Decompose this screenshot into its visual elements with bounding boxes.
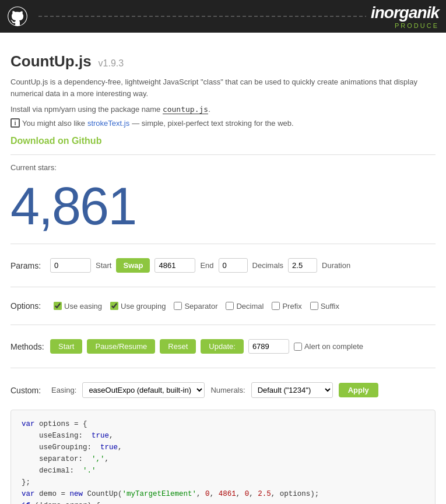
duration-label: Duration	[322, 261, 350, 270]
also-suffix: — simple, pixel-perfect text stroking fo…	[132, 119, 293, 128]
duration-input[interactable]	[288, 258, 317, 273]
update-value-input[interactable]	[248, 339, 289, 354]
custom-row: Custom: Easing: easeOutExpo (default, bu…	[10, 376, 436, 404]
pause-resume-button[interactable]: Pause/Resume	[87, 339, 155, 354]
install-package: countup.js	[163, 105, 208, 114]
use-grouping-option[interactable]: Use grouping	[110, 302, 166, 311]
numerals-label: Numerals:	[210, 386, 245, 394]
easing-label: Easing:	[51, 386, 76, 394]
stars-label: Current stars:	[10, 163, 436, 172]
main-content: CountUp.js v1.9.3 CountUp.js is a depend…	[0, 33, 446, 504]
options-row: Options: Use easing Use grouping Separat…	[10, 295, 436, 316]
divider-1	[10, 154, 436, 155]
divider-2	[10, 244, 436, 244]
brand-name: inorganik	[371, 3, 439, 22]
suffix-option[interactable]: Suffix	[310, 302, 339, 311]
install-line: Install via npm/yarn using the package n…	[10, 105, 436, 114]
decimals-label: Decimals	[252, 261, 283, 270]
separator-option[interactable]: Separator	[174, 302, 217, 311]
info-icon: i	[10, 118, 20, 128]
page-title: CountUp.js	[10, 52, 92, 70]
divider-5	[10, 368, 436, 368]
easing-select[interactable]: easeOutExpo (default, built-in) easeInEx…	[82, 382, 205, 398]
header-divider	[38, 16, 366, 17]
suffix-label: Suffix	[321, 302, 339, 311]
use-easing-checkbox[interactable]	[54, 302, 62, 310]
numerals-select[interactable]: Default ("1234") Arabic-Indic Eastern Ar…	[251, 382, 333, 398]
methods-label: Methods:	[10, 342, 45, 351]
separator-label: Separator	[184, 302, 217, 311]
brand-sub: PRODUCE	[371, 22, 439, 29]
prefix-label: Prefix	[282, 302, 301, 311]
update-button[interactable]: Update:	[201, 339, 244, 354]
alert-complete-label: Alert on complete	[304, 342, 363, 351]
apply-button[interactable]: Apply	[339, 383, 378, 397]
start-input[interactable]	[50, 258, 91, 273]
divider-3	[10, 287, 436, 287]
github-logo-icon	[7, 6, 28, 27]
decimal-checkbox[interactable]	[226, 302, 234, 310]
page-version: v1.9.3	[99, 58, 124, 68]
install-text: Install via npm/yarn using the package n…	[10, 105, 160, 114]
counter-display: 4,861	[10, 178, 436, 235]
also-line: i You might also like strokeText.js — si…	[10, 118, 436, 128]
start-button[interactable]: Start	[50, 339, 82, 354]
use-easing-option[interactable]: Use easing	[54, 302, 102, 311]
download-link[interactable]: Download on Github	[10, 136, 436, 146]
prefix-option[interactable]: Prefix	[272, 302, 301, 311]
params-label: Params:	[10, 261, 45, 270]
swap-button[interactable]: Swap	[116, 258, 150, 273]
title-area: CountUp.js v1.9.3	[10, 52, 436, 71]
use-grouping-checkbox[interactable]	[110, 302, 118, 310]
separator-checkbox[interactable]	[174, 302, 182, 310]
end-label: End	[200, 261, 213, 270]
params-row: Params: Start Swap End Decimals Duration	[10, 252, 436, 279]
reset-button[interactable]: Reset	[160, 339, 196, 354]
prefix-checkbox[interactable]	[272, 302, 280, 310]
header-brand: inorganik PRODUCE	[371, 3, 439, 29]
end-input[interactable]	[154, 258, 195, 273]
stroke-text-link[interactable]: strokeText.js	[87, 119, 129, 128]
code-block: var options = { useEasing: true, useGrou…	[10, 410, 436, 504]
header: inorganik PRODUCE	[0, 0, 446, 33]
alert-complete-option[interactable]: Alert on complete	[294, 342, 363, 351]
also-text: You might also like	[22, 119, 85, 128]
options-label: Options:	[10, 301, 45, 311]
use-easing-label: Use easing	[64, 302, 102, 311]
start-label: Start	[96, 261, 111, 270]
decimal-option[interactable]: Decimal	[226, 302, 264, 311]
use-grouping-label: Use grouping	[121, 302, 166, 311]
page-description: CountUp.js is a dependency-free, lightwe…	[10, 76, 436, 99]
alert-complete-checkbox[interactable]	[294, 343, 302, 351]
decimal-label: Decimal	[236, 302, 264, 311]
decimals-input[interactable]	[219, 258, 248, 273]
divider-4	[10, 325, 436, 325]
methods-row: Methods: Start Pause/Resume Reset Update…	[10, 333, 436, 360]
custom-label: Custom:	[10, 386, 45, 395]
suffix-checkbox[interactable]	[310, 302, 318, 310]
